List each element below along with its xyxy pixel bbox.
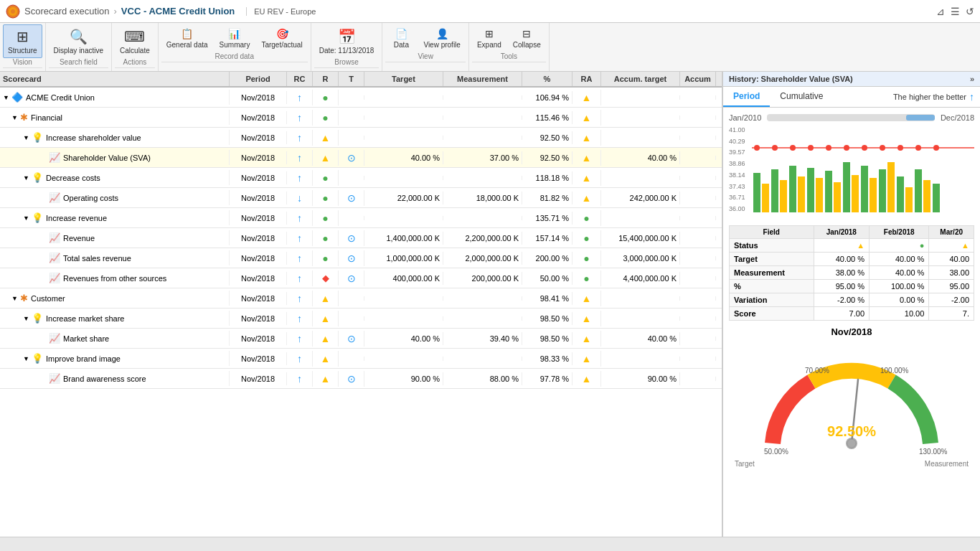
breadcrumb-sep: › xyxy=(114,6,117,17)
ra-triangle-icon: ▲ xyxy=(582,293,592,304)
cell-measurement xyxy=(443,136,522,140)
gauge-svg: 50.00% 70.00% 100.00% 130.00% 92.50% xyxy=(751,343,952,458)
r-triangle-icon: ▲ xyxy=(321,333,331,344)
cell-t: ⊙ xyxy=(339,150,364,166)
table-row[interactable]: 📈 Total sales revenue Nov/2018 ↑ ● ⊙ 1,0… xyxy=(0,248,722,268)
cell-scorecard: 📈 Market share xyxy=(0,331,230,346)
tab-period[interactable]: Period xyxy=(723,87,770,107)
cell-accum xyxy=(680,95,716,100)
titlebar: Scorecard execution › VCC - ACME Credit … xyxy=(0,0,980,23)
cell-accum-target: 90.00 % xyxy=(601,372,680,385)
expand-toggle[interactable]: ▼ xyxy=(11,114,20,121)
table-row[interactable]: 📈 Operating costs Nov/2018 ↓ ● ⊙ 22,000.… xyxy=(0,188,722,208)
expand-toggle[interactable]: ▼ xyxy=(23,174,32,182)
collapse-button[interactable]: ⊟ Collapse xyxy=(508,24,546,52)
cell-ra: ▲ xyxy=(573,150,601,166)
cell-t: ⊙ xyxy=(339,230,364,246)
gauge-target-label: Target xyxy=(735,460,755,468)
ribbon-group-actions: ⌨ Calculate Actions xyxy=(112,23,159,71)
history-row: Variation -2.00 % 0.00 % -2.00 xyxy=(730,293,974,307)
display-inactive-button[interactable]: 🔍 Display inactive xyxy=(49,24,108,58)
table-row[interactable]: ▼ 💡 Increase market share Nov/2018 ↑ ▲ 9… xyxy=(0,309,722,329)
panel-expand-button[interactable]: » xyxy=(970,75,974,83)
tab-cumulative[interactable]: Cumulative xyxy=(770,87,833,107)
svg-point-29 xyxy=(844,145,849,151)
structure-button[interactable]: ⊞ Structure xyxy=(3,24,42,58)
general-data-icon: 📋 xyxy=(181,28,193,39)
table-row[interactable]: 📈 Revenues from other sources Nov/2018 ↑… xyxy=(0,268,722,288)
rc-up-icon: ↑ xyxy=(297,273,302,284)
cell-accum-target xyxy=(601,216,680,220)
expand-icon: ⊞ xyxy=(485,28,494,39)
table-row[interactable]: ▼ 💡 Increase revenue Nov/2018 ↑ ● 135.71… xyxy=(0,208,722,228)
calculate-button[interactable]: ⌨ Calculate xyxy=(115,24,155,58)
menu-icon[interactable]: ☰ xyxy=(951,6,960,17)
cell-accum-target xyxy=(601,136,680,140)
cell-accum xyxy=(680,377,716,381)
cell-ra: ▲ xyxy=(573,90,601,105)
gauge-title: Nov/2018 xyxy=(729,326,974,337)
perspective-icon: ✱ xyxy=(20,293,28,303)
summary-button[interactable]: 📊 Summary xyxy=(215,24,255,52)
general-data-label: General data xyxy=(166,41,208,49)
table-row[interactable]: 📈 Market share Nov/2018 ↑ ▲ ⊙ 40.00 % 39… xyxy=(0,329,722,349)
expand-toggle[interactable]: ▼ xyxy=(23,134,32,141)
pin-icon[interactable]: ⊿ xyxy=(936,6,945,17)
table-row[interactable]: 📈 Revenue Nov/2018 ↑ ● ⊙ 1,400,000.00 K … xyxy=(0,228,722,248)
cell-ra: ▲ xyxy=(573,331,601,347)
row-label: Increase shareholder value xyxy=(46,133,141,142)
table-row[interactable]: ▼ 💡 Decrease costs Nov/2018 ↑ ● 118.18 %… xyxy=(0,168,722,188)
cell-rc: ↑ xyxy=(287,351,313,367)
rc-up-icon: ↑ xyxy=(297,112,302,123)
cell-r: ● xyxy=(313,210,339,226)
table-area[interactable]: Scorecard Period RC R T Target Measureme… xyxy=(0,72,722,537)
cell-t xyxy=(339,176,364,180)
grid-header: Scorecard Period RC R T Target Measureme… xyxy=(0,72,722,88)
date-slider[interactable] xyxy=(767,114,935,121)
gauge-measurement-label: Measurement xyxy=(925,460,969,468)
expand-toggle[interactable]: ▼ xyxy=(23,355,32,362)
table-row[interactable]: ▼ 🔷 ACME Credit Union Nov/2018 ↑ ● 106.9… xyxy=(0,88,722,108)
target-actual-button[interactable]: 🎯 Target/actual xyxy=(256,24,307,52)
table-row[interactable]: ▼ 💡 Increase shareholder value Nov/2018 … xyxy=(0,128,722,148)
cell-measurement xyxy=(443,176,522,180)
cell-pct: 98.50 % xyxy=(522,312,573,325)
higher-is-better-label: The higher the better ↑ xyxy=(887,87,980,107)
table-row[interactable]: 📈 Shareholder Value (SVA) Nov/2018 ↑ ▲ ⊙… xyxy=(0,148,722,168)
expand-toggle[interactable]: ▼ xyxy=(3,94,11,101)
history-row: Status ▲ ● ▲ xyxy=(730,239,974,253)
cell-pct: 81.82 % xyxy=(522,192,573,204)
field-header: Field xyxy=(730,226,814,239)
chart-section: Jan/2010 Dec/2018 41.00 40.29 39.57 38.8… xyxy=(723,108,980,225)
table-row[interactable]: ▼ ✱ Customer Nov/2018 ↑ ▲ 98.41 % ▲ xyxy=(0,288,722,309)
cell-accum-target xyxy=(601,116,680,120)
row-label: Customer xyxy=(31,294,65,303)
cell-scorecard: ▼ 🔷 ACME Credit Union xyxy=(0,90,230,105)
expand-toggle[interactable]: ▼ xyxy=(23,315,32,322)
cell-pct: 98.41 % xyxy=(522,292,573,305)
data-label: Data xyxy=(394,41,409,49)
table-row[interactable]: 📈 Brand awareness score Nov/2018 ↑ ▲ ⊙ 9… xyxy=(0,369,722,389)
calculate-label: Calculate xyxy=(120,47,150,55)
table-row[interactable]: ▼ ✱ Financial Nov/2018 ↑ ● 115.46 % ▲ xyxy=(0,108,722,128)
app-title[interactable]: Scorecard execution xyxy=(24,6,110,17)
statusbar xyxy=(0,537,980,551)
data-button[interactable]: 📄 Data xyxy=(385,24,417,52)
general-data-button[interactable]: 📋 General data xyxy=(161,24,213,52)
cell-rc: ↑ xyxy=(287,170,313,186)
perspective-icon: ✱ xyxy=(20,112,28,123)
table-row[interactable]: ▼ 💡 Improve brand image Nov/2018 ↑ ▲ 98.… xyxy=(0,349,722,369)
expand-button[interactable]: ⊞ Expand xyxy=(472,24,507,52)
refresh-icon[interactable]: ↺ xyxy=(966,6,974,17)
org-icon: 🔷 xyxy=(11,92,23,103)
cell-ra: ▲ xyxy=(573,351,601,367)
cell-period: Nov/2018 xyxy=(230,232,287,245)
date-button[interactable]: 📅 Date: 11/13/2018 xyxy=(314,24,380,58)
expand-toggle[interactable]: ▼ xyxy=(11,295,20,302)
cell-accum-target: 4,400,000.00 K xyxy=(601,272,680,285)
t-circle-icon: ⊙ xyxy=(347,273,356,284)
expand-toggle[interactable]: ▼ xyxy=(23,215,32,222)
cell-rc: ↓ xyxy=(287,190,313,206)
r-green-icon: ● xyxy=(322,192,328,204)
view-profile-button[interactable]: 👤 View profile xyxy=(418,24,466,52)
